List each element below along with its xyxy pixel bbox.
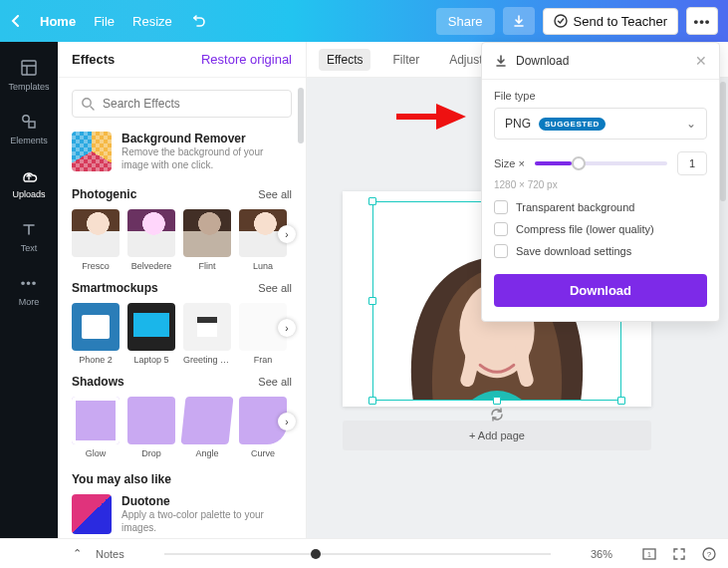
row-next-button[interactable]: › bbox=[278, 225, 296, 243]
restore-original-link[interactable]: Restore original bbox=[201, 52, 292, 67]
tab-filter[interactable]: Filter bbox=[384, 49, 427, 71]
duotone-title: Duotone bbox=[121, 494, 292, 508]
shadow-angle[interactable] bbox=[180, 397, 233, 444]
resize-handle[interactable] bbox=[368, 297, 376, 305]
resize-handle[interactable] bbox=[368, 397, 376, 405]
shadow-drop[interactable] bbox=[127, 397, 175, 444]
rail-more[interactable]: ••• More bbox=[0, 263, 58, 317]
grid-view-icon[interactable]: 1 bbox=[640, 545, 658, 563]
page-slider[interactable] bbox=[164, 553, 551, 555]
see-all-photogenic[interactable]: See all bbox=[258, 188, 292, 200]
shadow-label: Curve bbox=[239, 448, 287, 458]
notes-chevron-icon[interactable]: ⌃ bbox=[68, 545, 86, 563]
svg-text:?: ? bbox=[707, 550, 712, 559]
text-icon bbox=[19, 219, 39, 239]
svg-rect-3 bbox=[29, 122, 35, 128]
canvas-scrollbar[interactable] bbox=[720, 82, 726, 201]
panel-title: Effects bbox=[72, 52, 115, 67]
background-remover-item[interactable]: Background Remover Remove the background… bbox=[72, 132, 292, 171]
share-button[interactable]: Share bbox=[436, 8, 495, 35]
mockup-greeting-card[interactable] bbox=[183, 303, 231, 351]
see-all-shadows[interactable]: See all bbox=[258, 376, 292, 388]
effect-label: Fresco bbox=[72, 261, 120, 271]
bg-remover-title: Background Remover bbox=[121, 132, 292, 145]
see-all-smartmockups[interactable]: See all bbox=[258, 282, 292, 294]
help-icon[interactable]: ? bbox=[700, 545, 718, 563]
rail-uploads[interactable]: Uploads bbox=[0, 155, 58, 209]
search-icon bbox=[81, 97, 95, 111]
send-to-teacher-label: Send to Teacher bbox=[574, 14, 667, 29]
checkbox-label: Transparent background bbox=[516, 201, 634, 213]
rail-templates[interactable]: Templates bbox=[0, 48, 58, 102]
effect-fresco[interactable] bbox=[72, 209, 120, 257]
download-icon bbox=[494, 54, 508, 68]
svg-point-2 bbox=[23, 116, 29, 122]
size-value[interactable]: 1 bbox=[677, 151, 707, 175]
svg-text:1: 1 bbox=[647, 551, 651, 558]
rail-label: More bbox=[19, 297, 40, 307]
row-next-button[interactable]: › bbox=[278, 319, 296, 337]
effects-panel: Effects Restore original Background Remo… bbox=[58, 42, 307, 538]
fullscreen-icon[interactable] bbox=[670, 545, 688, 563]
shadow-label: Drop bbox=[127, 448, 175, 458]
download-button[interactable]: Download bbox=[494, 274, 707, 307]
shadow-glow[interactable] bbox=[72, 397, 120, 444]
panel-scrollbar[interactable] bbox=[298, 88, 304, 143]
more-button[interactable]: ••• bbox=[686, 7, 718, 35]
uploads-icon bbox=[19, 165, 39, 185]
duotone-item[interactable]: Duotone Apply a two-color palette to you… bbox=[72, 494, 292, 534]
resize-menu[interactable]: Resize bbox=[132, 14, 172, 29]
effect-label: Luna bbox=[239, 261, 287, 271]
size-slider[interactable] bbox=[535, 161, 667, 165]
effect-label: Flint bbox=[183, 261, 231, 271]
tab-effects[interactable]: Effects bbox=[319, 49, 370, 71]
add-page-button[interactable]: + Add page bbox=[343, 421, 651, 450]
mockup-phone2[interactable] bbox=[72, 303, 120, 351]
chevron-down-icon: ⌄ bbox=[686, 117, 696, 131]
mockup-label: Phone 2 bbox=[72, 355, 120, 365]
download-top-button[interactable] bbox=[503, 7, 535, 35]
duotone-icon bbox=[72, 494, 112, 534]
svg-rect-1 bbox=[22, 61, 36, 75]
close-icon[interactable]: ✕ bbox=[695, 53, 707, 69]
rail-elements[interactable]: Elements bbox=[0, 102, 58, 155]
save-settings-checkbox[interactable]: Save download settings bbox=[494, 244, 707, 258]
filetype-label: File type bbox=[494, 90, 707, 102]
home-button[interactable]: Home bbox=[40, 14, 76, 29]
send-to-teacher-button[interactable]: Send to Teacher bbox=[543, 8, 678, 35]
section-shadows-title: Shadows bbox=[72, 375, 124, 389]
filetype-value: PNG bbox=[505, 117, 531, 131]
rail-label: Text bbox=[21, 243, 38, 253]
resize-handle[interactable] bbox=[368, 197, 376, 205]
search-input[interactable] bbox=[103, 97, 283, 111]
svg-point-0 bbox=[555, 15, 567, 27]
download-popover: Download ✕ File type PNG SUGGESTED ⌄ Siz… bbox=[481, 42, 720, 322]
slider-knob[interactable] bbox=[572, 156, 586, 170]
file-menu[interactable]: File bbox=[94, 14, 115, 29]
checkbox-label: Save download settings bbox=[516, 245, 631, 257]
zoom-value[interactable]: 36% bbox=[591, 548, 630, 560]
rail-label: Templates bbox=[8, 82, 49, 92]
effect-label: Belvedere bbox=[127, 261, 175, 271]
elements-icon bbox=[19, 112, 39, 132]
rail-text[interactable]: Text bbox=[0, 209, 58, 263]
annotation-arrow-icon bbox=[396, 102, 466, 132]
row-next-button[interactable]: › bbox=[278, 413, 296, 430]
checkmark-circle-icon bbox=[554, 14, 568, 28]
filetype-select[interactable]: PNG SUGGESTED ⌄ bbox=[494, 108, 707, 140]
mockup-laptop5[interactable] bbox=[127, 303, 175, 351]
compress-file-checkbox[interactable]: Compress file (lower quality) bbox=[494, 222, 707, 236]
size-label: Size × bbox=[494, 157, 525, 169]
page-slider-knob[interactable] bbox=[311, 549, 321, 559]
effect-flint[interactable] bbox=[183, 209, 231, 257]
back-icon[interactable] bbox=[10, 15, 22, 27]
resize-handle[interactable] bbox=[493, 397, 501, 405]
bg-remover-desc: Remove the background of your image with… bbox=[121, 145, 292, 171]
templates-icon bbox=[19, 58, 39, 78]
notes-button[interactable]: Notes bbox=[96, 548, 124, 560]
search-input-wrap[interactable] bbox=[72, 90, 292, 118]
resize-handle[interactable] bbox=[617, 397, 625, 405]
undo-icon[interactable] bbox=[190, 13, 206, 29]
transparent-bg-checkbox[interactable]: Transparent background bbox=[494, 200, 707, 214]
effect-belvedere[interactable] bbox=[127, 209, 175, 257]
